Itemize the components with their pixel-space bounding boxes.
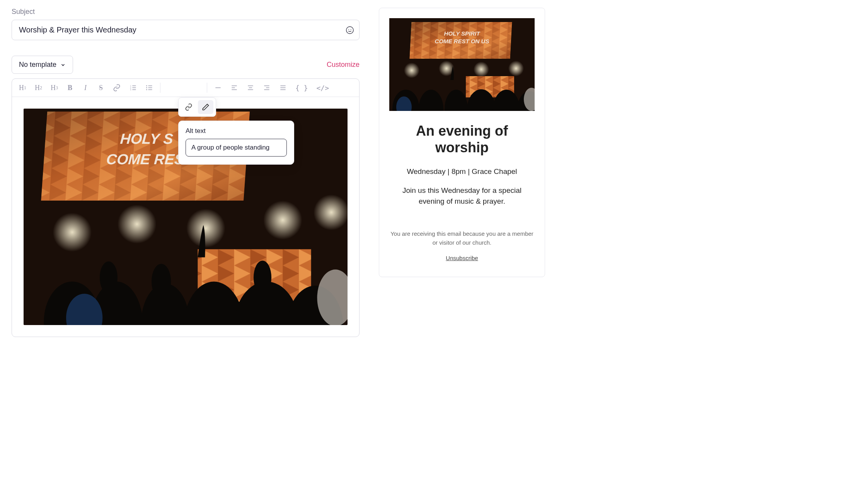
html-button[interactable]: </> [314,81,332,94]
svg-point-36 [112,205,161,254]
preview-screen-line2: COME REST ON US [435,38,489,44]
code-block-button[interactable]: { } [292,81,311,94]
svg-point-47 [152,264,171,300]
svg-text:COME RES: COME RES [106,151,185,167]
svg-point-38 [259,201,307,249]
template-dropdown-label: No template [19,61,56,69]
svg-text:3: 3 [130,89,131,91]
svg-point-15 [146,89,147,90]
svg-point-14 [146,87,147,89]
svg-point-13 [146,85,147,87]
toolbar-separator [160,83,160,93]
align-justify-icon [279,84,287,92]
preview-title: An evening of worship [389,123,535,156]
subject-label: Subject [12,8,360,16]
editor-toolbar: H1 H2 H3 B I S 123 [12,79,359,97]
svg-point-1 [346,26,353,33]
link-button[interactable] [110,81,124,94]
image-edit-button[interactable] [198,100,213,114]
alt-text-popover: Alt text [178,121,294,165]
svg-point-48 [254,261,271,295]
preview-body-text: Join us this Wednesday for a special eve… [389,185,535,206]
horizontal-rule-icon [214,84,222,92]
smile-icon [346,26,354,34]
align-right-button[interactable] [260,81,274,94]
unordered-list-button[interactable] [142,81,156,94]
email-preview: HOLY SPIRIT COME REST ON US [379,8,545,277]
svg-point-3 [351,29,351,30]
editor-screen-line1: HOLY S [119,131,174,147]
preview-footer-text: You are receiving this email because you… [389,230,535,247]
align-left-button[interactable] [227,81,241,94]
chevron-down-icon [60,62,66,68]
align-right-icon [263,84,271,92]
customize-link[interactable]: Customize [327,61,360,69]
link-icon [113,84,121,92]
svg-text:COME REST ON US: COME REST ON US [435,38,489,44]
preview-hero-image: HOLY SPIRIT COME REST ON US [389,18,535,111]
heading3-button[interactable]: H3 [48,81,61,94]
svg-text:HOLY S: HOLY S [119,131,174,147]
alt-text-input[interactable] [186,139,287,157]
heading2-button[interactable]: H2 [32,81,45,94]
horizontal-rule-button[interactable] [211,81,225,94]
image-link-button[interactable] [181,100,196,114]
svg-point-60 [506,61,526,80]
alt-text-label: Alt text [186,127,287,135]
pencil-icon [202,103,210,111]
preview-subtitle: Wednesday | 8pm | Grace Chapel [389,167,535,176]
heading1-button[interactable]: H1 [16,81,29,94]
align-left-icon [230,84,238,92]
link-icon [185,103,193,111]
svg-point-2 [348,29,349,30]
strikethrough-button[interactable]: S [94,81,107,94]
svg-point-35 [48,213,97,262]
svg-point-59 [472,62,491,81]
preview-screen-line1: HOLY SPIRIT [444,30,481,37]
align-justify-button[interactable] [276,81,290,94]
align-center-button[interactable] [244,81,257,94]
toolbar-separator [207,83,207,93]
bold-button[interactable]: B [63,81,77,94]
unordered-list-icon [145,84,153,92]
image-floating-toolbar [178,97,216,117]
align-center-icon [247,84,254,92]
italic-button[interactable]: I [79,81,92,94]
editor-screen-line2: COME RES [106,151,185,167]
ordered-list-icon: 123 [129,84,137,92]
template-dropdown[interactable]: No template [12,56,73,74]
svg-point-57 [402,63,421,82]
subject-input[interactable] [12,20,360,40]
svg-text:HOLY SPIRIT: HOLY SPIRIT [444,30,481,37]
svg-point-37 [182,209,230,257]
ordered-list-button[interactable]: 123 [126,81,140,94]
unsubscribe-link[interactable]: Unsubscribe [389,255,535,261]
emoji-picker-button[interactable] [346,26,354,34]
rich-text-editor: H1 H2 H3 B I S 123 [12,78,360,337]
svg-point-46 [100,261,118,294]
